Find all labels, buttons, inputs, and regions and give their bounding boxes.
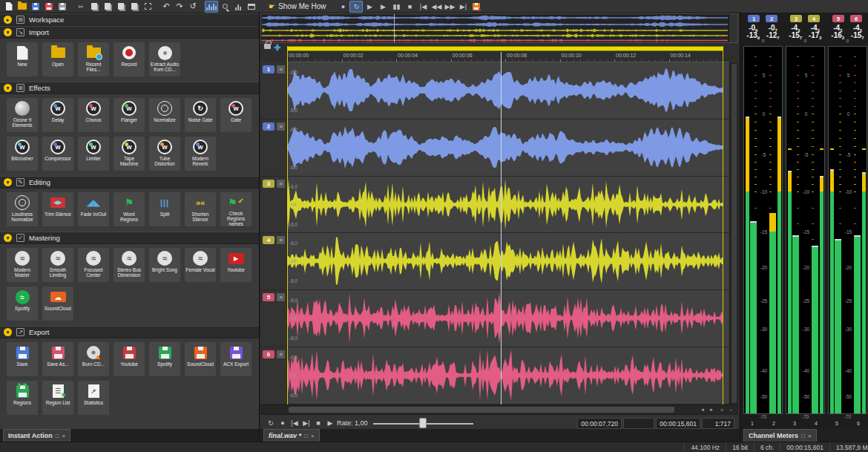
- action-focused-center[interactable]: ≈Focused Center: [78, 248, 109, 282]
- action-save-as[interactable]: Save As...: [42, 342, 73, 376]
- stop-button[interactable]: ■: [403, 1, 416, 13]
- chevron-right-icon[interactable]: ▸: [4, 16, 12, 24]
- waveform-display[interactable]: -6,0-Inf.-6,0: [287, 347, 723, 404]
- waveform-overview[interactable]: [260, 13, 738, 43]
- section-header-editing[interactable]: ▾✎Editing: [0, 176, 259, 189]
- action-smooth-limiting[interactable]: ≈Smooth Limiting: [42, 248, 73, 282]
- horizontal-scrollbar[interactable]: ◂ ▸ + −: [260, 404, 738, 414]
- track-number-badge[interactable]: 3: [263, 180, 274, 188]
- play-button[interactable]: ▶: [376, 1, 389, 13]
- zoom-in-button[interactable]: +: [717, 406, 726, 413]
- waveform-display[interactable]: -6,0-Inf.-6,0: [287, 177, 723, 233]
- fast-forward-button[interactable]: ▶▶: [443, 1, 456, 13]
- action-noise-gate[interactable]: ↻Noise Gate: [185, 98, 216, 132]
- action-soundcloud[interactable]: SoundCloud: [185, 342, 216, 376]
- track-number-badge[interactable]: 4: [263, 236, 274, 244]
- action-modern-reverb[interactable]: wModern Reverb: [185, 137, 216, 171]
- go-to-start-button[interactable]: |◀: [416, 1, 430, 13]
- waveform-view-button[interactable]: [205, 1, 218, 13]
- tab-instant-action[interactable]: Instant Action □ ×: [3, 429, 70, 442]
- hscroll-thumb[interactable]: [289, 407, 674, 413]
- paste-mix-button[interactable]: [128, 1, 141, 13]
- close-icon[interactable]: ×: [808, 433, 812, 439]
- chevron-down-icon[interactable]: ▾: [4, 234, 12, 242]
- pause-button[interactable]: ▮▮: [389, 1, 403, 13]
- action-bright-song[interactable]: ≈Bright Song: [149, 248, 180, 282]
- cut-button[interactable]: ✂: [74, 1, 88, 13]
- float-window-icon[interactable]: □: [304, 433, 308, 439]
- action-fade-in-out[interactable]: ◢◣Fade In/Out: [78, 192, 109, 226]
- track-menu-button[interactable]: ≡: [277, 180, 285, 188]
- action-split[interactable]: |||Split: [149, 192, 180, 226]
- chevron-down-icon[interactable]: ▾: [4, 328, 12, 336]
- track-menu-button[interactable]: ≡: [277, 122, 285, 131]
- new-file-button[interactable]: [2, 1, 16, 13]
- save-all-button[interactable]: [56, 1, 69, 13]
- copy-button[interactable]: [88, 1, 101, 13]
- track-menu-button[interactable]: ≡: [277, 65, 285, 73]
- action-new[interactable]: New: [7, 42, 38, 76]
- track-number-badge[interactable]: 6: [263, 350, 274, 358]
- action-modern-master[interactable]: ≈Modern Master: [7, 248, 38, 282]
- action-delay[interactable]: wDelay: [42, 98, 73, 132]
- rate-slider-handle[interactable]: [419, 418, 427, 428]
- action-bitcrusher[interactable]: wBitcrusher: [7, 137, 38, 171]
- track-menu-button[interactable]: ≡: [277, 350, 285, 358]
- action-ozone-9-elements[interactable]: Ozone 9 Elements: [7, 98, 38, 132]
- action-normalize[interactable]: Normalize: [149, 98, 180, 132]
- action-regions[interactable]: ⚑⚑Regions: [7, 381, 38, 415]
- window-layout-button[interactable]: [245, 1, 258, 13]
- action-soundcloud[interactable]: ☁SoundCloud: [42, 286, 73, 321]
- action-youtube[interactable]: ▶Youtube: [220, 248, 251, 282]
- chevron-down-icon[interactable]: ▾: [4, 28, 12, 36]
- action-save[interactable]: Save: [7, 342, 38, 376]
- action-loudness-normalize[interactable]: Loudness Normalize: [7, 192, 38, 226]
- play-selection-button[interactable]: ▶: [363, 1, 376, 13]
- loop-playback-button[interactable]: ↻: [349, 1, 363, 13]
- show-me-how-button[interactable]: ☛Show Me How: [263, 2, 331, 10]
- action-compressor[interactable]: wCompressor: [42, 137, 73, 171]
- track-menu-button[interactable]: ≡: [277, 293, 285, 301]
- action-record[interactable]: Record: [114, 42, 145, 76]
- action-burn-cd[interactable]: ▲Burn CD...: [78, 342, 109, 376]
- action-statistics[interactable]: ↗Statistics: [78, 381, 109, 415]
- rewind-button[interactable]: ◀◀: [430, 1, 443, 13]
- action-limiter[interactable]: wLimiter: [78, 137, 109, 171]
- action-word-regions[interactable]: ⚑Word Regions: [114, 192, 145, 226]
- action-recent-files[interactable]: Recent Files...: [78, 42, 109, 76]
- level-view-button[interactable]: [231, 1, 245, 13]
- undo-button[interactable]: ↶: [160, 1, 173, 13]
- recording-options-button[interactable]: [470, 1, 483, 13]
- float-window-icon[interactable]: □: [56, 433, 59, 439]
- tab-final-wav[interactable]: final.wav * □ ×: [263, 429, 320, 442]
- section-header-workspace[interactable]: ▸⊞Workspace: [0, 13, 259, 26]
- go-to-end-button[interactable]: ▶|: [456, 1, 470, 13]
- paste-button[interactable]: [101, 1, 114, 13]
- action-youtube[interactable]: Youtube: [114, 342, 145, 376]
- action-tube-distortion[interactable]: wTube Distortion: [149, 137, 180, 171]
- tab-channel-meters[interactable]: Channel Meters □ ×: [743, 429, 817, 442]
- section-header-export[interactable]: ▾↗Export: [0, 326, 259, 338]
- section-header-import[interactable]: ▾↘Import: [0, 26, 259, 39]
- trim-button[interactable]: [141, 1, 154, 13]
- waveform-display[interactable]: -6,0-Inf.-6,0: [287, 119, 723, 176]
- action-check-regions-names[interactable]: ⚑✓Check Regions names: [220, 192, 251, 226]
- overview-scrollbar[interactable]: [729, 14, 737, 42]
- lock-icon[interactable]: [264, 44, 271, 49]
- section-header-effects[interactable]: ▾⊞Effects: [0, 82, 259, 94]
- time-ruler[interactable]: 00:00:0000:00:0200:00:0400:00:0600:00:08…: [287, 52, 729, 62]
- close-icon[interactable]: ×: [62, 433, 66, 439]
- action-chorus[interactable]: wChorus: [78, 98, 109, 132]
- action-flanger[interactable]: wFlanger: [114, 98, 145, 132]
- history-button[interactable]: ↺: [186, 1, 200, 13]
- playhead[interactable]: [501, 52, 502, 404]
- chevron-down-icon[interactable]: ▾: [4, 178, 12, 186]
- paste-new-button[interactable]: [114, 1, 128, 13]
- action-gate[interactable]: wGate: [220, 98, 251, 132]
- track-number-badge[interactable]: 5: [263, 293, 274, 301]
- chevron-down-icon[interactable]: ▾: [4, 84, 12, 92]
- save-button[interactable]: [29, 1, 42, 13]
- move-tool-icon[interactable]: ✚: [274, 43, 280, 53]
- save-as-button[interactable]: [42, 1, 56, 13]
- play-button[interactable]: ▶: [323, 417, 337, 429]
